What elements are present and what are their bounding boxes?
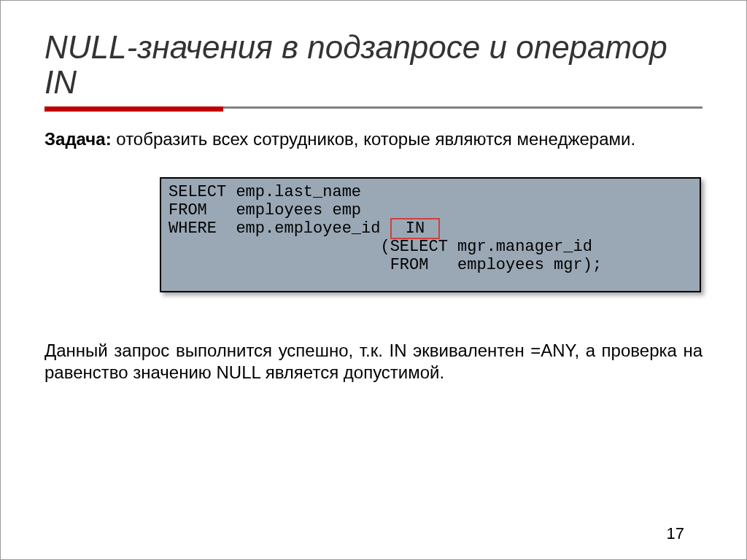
slide-title: NULL-значения в подзапросе и оператор IN bbox=[1, 1, 746, 106]
in-keyword-highlight: IN bbox=[390, 218, 441, 239]
underline-red bbox=[44, 106, 223, 112]
task-text: Задача: отобразить всех сотрудников, кот… bbox=[1, 128, 746, 150]
title-underline bbox=[44, 106, 703, 114]
code-line-5: FROM employees mgr); bbox=[169, 256, 602, 274]
sql-code-box: SELECT emp.last_name FROM employees emp … bbox=[160, 177, 701, 292]
explanation-text: Данный запрос выполнится успешно, т.к. I… bbox=[44, 340, 703, 384]
slide: NULL-значения в подзапросе и оператор IN… bbox=[0, 0, 747, 560]
task-rest: отобразить всех сотрудников, которые явл… bbox=[112, 129, 635, 149]
code-line-1: SELECT emp.last_name bbox=[169, 183, 361, 201]
code-line-2: FROM employees emp bbox=[169, 201, 361, 219]
code-line-4: (SELECT mgr.manager_id bbox=[169, 238, 592, 256]
page-number: 17 bbox=[667, 524, 684, 543]
task-label: Задача: bbox=[44, 129, 112, 149]
code-line-3a: WHERE emp.employee_id bbox=[169, 219, 390, 238]
